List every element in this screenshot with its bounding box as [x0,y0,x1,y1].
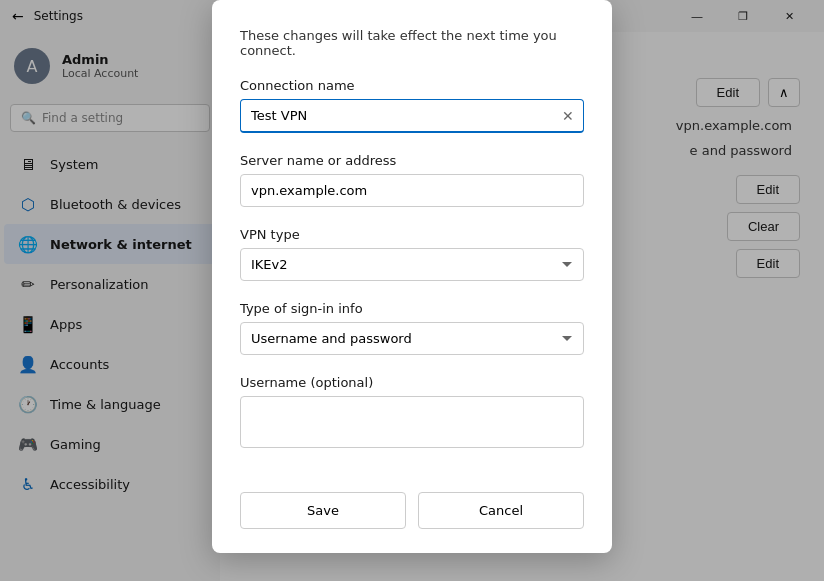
save-button[interactable]: Save [240,492,406,529]
server-name-group: Server name or address [240,153,584,207]
settings-window: ← Settings — ❐ ✕ A Admin Local Account 🔍 [0,0,824,581]
username-label: Username (optional) [240,375,584,390]
sign-in-select[interactable]: Username and password Certificate One-ti… [240,322,584,355]
modal-notice: These changes will take effect the next … [240,28,584,58]
vpn-type-label: VPN type [240,227,584,242]
cancel-button[interactable]: Cancel [418,492,584,529]
clear-connection-name-icon[interactable]: ✕ [560,106,576,126]
vpn-type-group: VPN type IKEv2 PPTP L2TP/IPsec with cert… [240,227,584,281]
server-name-input[interactable] [240,174,584,207]
server-name-label: Server name or address [240,153,584,168]
connection-name-input[interactable] [240,99,584,133]
username-input[interactable] [240,396,584,448]
modal-footer: Save Cancel [240,476,584,529]
connection-name-group: Connection name ✕ [240,78,584,133]
modal-overlay: These changes will take effect the next … [0,0,824,581]
vpn-edit-modal: These changes will take effect the next … [212,0,612,553]
sign-in-group: Type of sign-in info Username and passwo… [240,301,584,355]
username-group: Username (optional) [240,375,584,452]
connection-name-field-wrapper: ✕ [240,99,584,133]
sign-in-label: Type of sign-in info [240,301,584,316]
connection-name-label: Connection name [240,78,584,93]
vpn-type-select[interactable]: IKEv2 PPTP L2TP/IPsec with certificate L… [240,248,584,281]
